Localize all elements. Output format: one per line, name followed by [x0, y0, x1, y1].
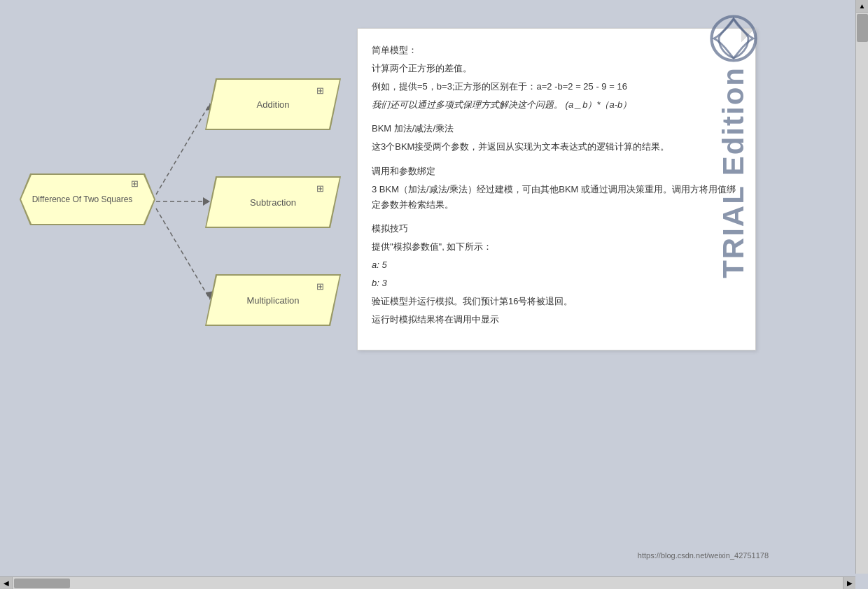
addition-icon: ⊞	[316, 85, 324, 96]
scroll-up-arrow[interactable]: ▲	[856, 0, 868, 13]
svg-marker-3	[203, 197, 210, 206]
canvas: ⊞ Difference Of Two Squares ⊞ Addition ⊞…	[0, 0, 783, 574]
section4-line2: a: 5	[372, 257, 741, 273]
section4-line1: 提供"模拟参数值", 如下所示：	[372, 239, 741, 255]
section1-line3: 我们还可以通过多项式保理方式解决这个问题。 (a＿b）*（a-b）	[372, 97, 741, 113]
info-section-1: 简单模型： 计算两个正方形的差值。 例如，提供=5，b=3;正方形的区别在于：a…	[372, 43, 741, 113]
multiplication-node[interactable]: ⊞ Multiplication	[206, 276, 340, 325]
url-bar: https://blog.csdn.net/weixin_42751178	[638, 551, 769, 560]
section4-line5: 运行时模拟结果将在调用中显示	[372, 312, 741, 327]
main-node[interactable]: ⊞ Difference Of Two Squares	[21, 175, 154, 224]
scrollbar-right[interactable]: ▲	[855, 0, 868, 574]
section2-line1: 这3个BKM接受两个参数，并返回从实现为文本表达式的逻辑计算的结果。	[372, 139, 741, 155]
trial-watermark: TRIAL Edition	[699, 14, 769, 278]
svg-line-0	[156, 104, 210, 194]
trial-text: TRIAL Edition	[719, 66, 748, 278]
section3-title: 调用和参数绑定	[372, 164, 741, 179]
trial-logo-icon	[709, 14, 758, 63]
section2-title: BKM 加法/减法/乘法	[372, 121, 741, 136]
scroll-right-arrow[interactable]: ▶	[843, 577, 855, 589]
section3-line1: 3 BKM（加法/减法/乘法）经过建模，可由其他BKM 或通过调用决策重用。调用…	[372, 182, 741, 213]
section1-line1: 计算两个正方形的差值。	[372, 61, 741, 76]
scroll-hthumb[interactable]	[14, 579, 70, 588]
addition-label: Addition	[257, 99, 290, 110]
scrollbar-bottom[interactable]: ◀ ▶	[0, 576, 855, 589]
scroll-thumb[interactable]	[857, 14, 868, 42]
section4-line4: 验证模型并运行模拟。我们预计第16号将被退回。	[372, 294, 741, 309]
subtraction-node[interactable]: ⊞ Subtraction	[206, 178, 340, 227]
diagram: ⊞ Difference Of Two Squares ⊞ Addition ⊞…	[7, 21, 371, 427]
multiplication-icon: ⊞	[316, 281, 324, 292]
section1-line2: 例如，提供=5，b=3;正方形的区别在于：a=2 -b=2 = 25 - 9 =…	[372, 79, 741, 94]
section1-title: 简单模型：	[372, 43, 741, 58]
scroll-left-arrow[interactable]: ◀	[0, 577, 13, 589]
section4-line3: b: 3	[372, 276, 741, 291]
main-node-label: Difference Of Two Squares	[25, 194, 150, 204]
addition-node[interactable]: ⊞ Addition	[206, 80, 340, 129]
info-section-4: 模拟技巧 提供"模拟参数值", 如下所示： a: 5 b: 3 验证模型并运行模…	[372, 221, 741, 328]
svg-line-4	[156, 208, 210, 299]
info-panel: 简单模型： 计算两个正方形的差值。 例如，提供=5，b=3;正方形的区别在于：a…	[357, 28, 756, 350]
subtraction-label: Subtraction	[250, 197, 296, 208]
info-section-3: 调用和参数绑定 3 BKM（加法/减法/乘法）经过建模，可由其他BKM 或通过调…	[372, 164, 741, 213]
url-text: https://blog.csdn.net/weixin_42751178	[638, 551, 769, 560]
info-section-2: BKM 加法/减法/乘法 这3个BKM接受两个参数，并返回从实现为文本表达式的逻…	[372, 121, 741, 155]
multiplication-label: Multiplication	[246, 295, 299, 306]
section4-title: 模拟技巧	[372, 221, 741, 236]
subtraction-icon: ⊞	[316, 183, 324, 194]
main-node-icon: ⊞	[131, 178, 139, 189]
